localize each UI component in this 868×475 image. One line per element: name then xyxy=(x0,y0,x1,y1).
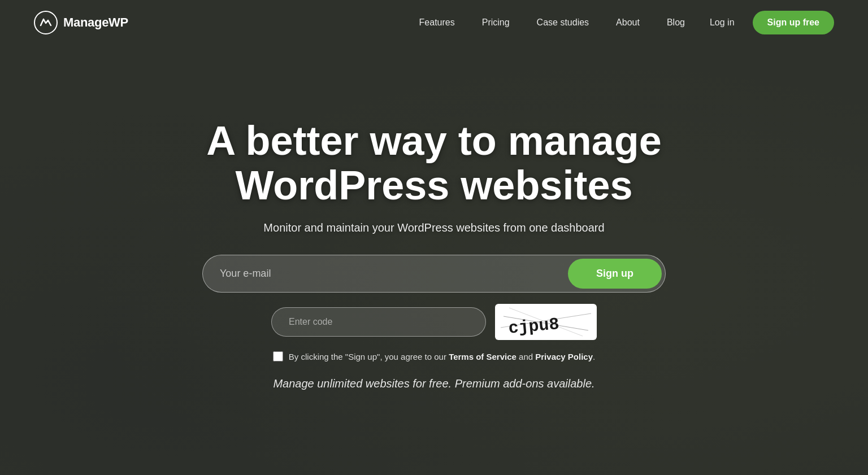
signup-button[interactable]: Sign up xyxy=(568,259,662,289)
nav-links: Features Pricing Case studies About Blog… xyxy=(408,11,834,34)
captcha-image: cjpu8 xyxy=(495,304,597,340)
terms-checkbox[interactable] xyxy=(273,351,283,361)
captcha-svg: cjpu8 xyxy=(498,305,594,339)
hero-subtitle: Monitor and maintain your WordPress webs… xyxy=(263,221,604,234)
nav-case-studies[interactable]: Case studies xyxy=(526,13,601,32)
terms-row: By clicking the "Sign up", you agree to … xyxy=(273,351,595,361)
captcha-input[interactable] xyxy=(271,307,486,337)
logo-icon xyxy=(34,11,58,34)
terms-and: and xyxy=(517,352,535,361)
email-form-row: Sign up xyxy=(202,255,666,293)
captcha-row: cjpu8 xyxy=(271,304,597,340)
nav-pricing[interactable]: Pricing xyxy=(471,13,521,32)
terms-text: By clicking the "Sign up", you agree to … xyxy=(289,352,595,361)
logo-text: ManageWP xyxy=(63,15,128,30)
terms-before: By clicking the "Sign up", you agree to … xyxy=(289,352,449,361)
nav-login[interactable]: Log in xyxy=(701,13,744,32)
logo[interactable]: ManageWP xyxy=(34,11,128,34)
email-input[interactable] xyxy=(220,268,568,280)
navbar: ManageWP Features Pricing Case studies A… xyxy=(0,0,868,45)
tagline: Manage unlimited websites for free. Prem… xyxy=(273,377,594,390)
terms-of-service-link[interactable]: Terms of Service xyxy=(449,352,517,361)
terms-after: . xyxy=(593,352,595,361)
hero-title: A better way to manage WordPress website… xyxy=(180,119,688,208)
nav-signup-button[interactable]: Sign up free xyxy=(753,11,834,34)
hero-section: A better way to manage WordPress website… xyxy=(0,45,868,475)
nav-blog[interactable]: Blog xyxy=(656,13,696,32)
nav-features[interactable]: Features xyxy=(408,13,466,32)
privacy-policy-link[interactable]: Privacy Policy xyxy=(535,352,593,361)
nav-about[interactable]: About xyxy=(605,13,651,32)
